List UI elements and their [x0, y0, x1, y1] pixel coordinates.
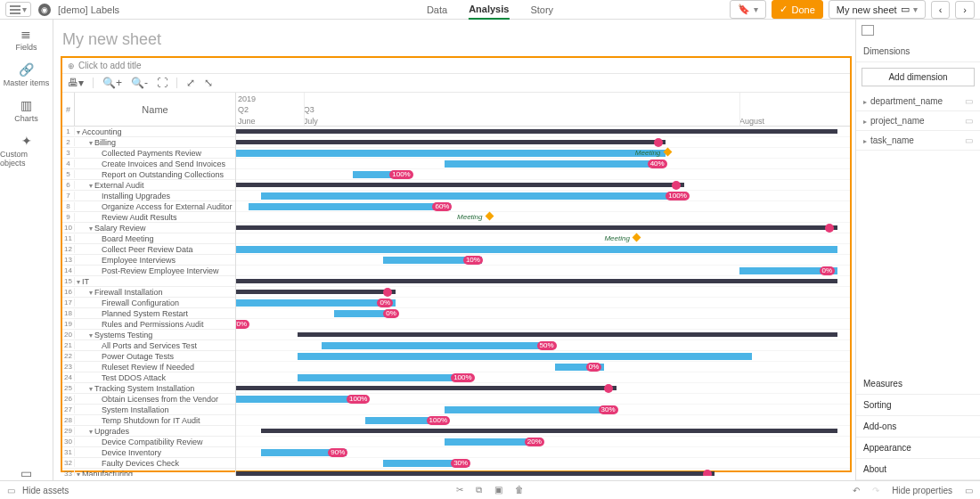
rail-master[interactable]: 🔗Master items [4, 62, 50, 87]
task-row[interactable]: 26Obtain Licenses from the Vendor [62, 394, 235, 405]
rail-fields[interactable]: ≣Fields [15, 27, 37, 52]
sheet-title[interactable]: My new sheet [61, 27, 855, 56]
task-row[interactable]: 32Faulty Devices Check [62, 458, 235, 469]
task-row[interactable]: 16▾Firewall Installation [62, 287, 235, 298]
task-row[interactable]: 31Device Inventory [62, 447, 235, 458]
task-row[interactable]: 20▾Systems Testing [62, 330, 235, 340]
panel-section[interactable]: About [856, 459, 980, 480]
panel-section[interactable]: Sorting [856, 395, 980, 416]
dimensions-header[interactable]: Dimensions [856, 41, 980, 62]
timeline-header: 2019 Q2 Q3 June July August [236, 93, 850, 127]
gantt-row [236, 330, 850, 340]
expand-icon[interactable]: ⤢ [186, 77, 195, 89]
task-row[interactable]: 33▾Manufacturing [62, 469, 235, 476]
add-dimension-button[interactable]: Add dimension [862, 68, 975, 86]
gantt-row [236, 127, 850, 137]
collapse-icon[interactable]: ⤡ [204, 77, 213, 89]
task-row[interactable]: 25▾Tracking System Installation [62, 383, 235, 394]
task-row[interactable]: 29▾Upgrades [62, 426, 235, 437]
gantt-row: 100% [236, 191, 850, 201]
gantt-row [236, 244, 850, 255]
task-row[interactable]: 17Firewall Configuration [62, 298, 235, 308]
copy-icon[interactable]: ⧉ [476, 485, 482, 495]
task-row[interactable]: 14Post-Review Employee Interview [62, 266, 235, 276]
hide-props-label[interactable]: Hide properties [892, 486, 952, 495]
task-row[interactable]: 15▾IT [62, 276, 235, 287]
gantt-row: 0% [236, 266, 850, 276]
task-row[interactable]: 13Employee Interviews [62, 255, 235, 266]
dimension-field[interactable]: ▸project_name▭ [856, 111, 980, 131]
rail-custom[interactable]: ✦Custom objects [0, 134, 53, 168]
hide-assets-icon[interactable]: ▭ [7, 486, 15, 495]
gantt-row [236, 180, 850, 191]
dimension-field[interactable]: ▸task_name▭ [856, 131, 980, 151]
bookmark-button[interactable]: 🔖 ▾ [730, 0, 766, 19]
gantt-row [236, 469, 850, 476]
puzzle-icon: ✦ [20, 134, 34, 148]
chart-icon: ▥ [19, 98, 33, 112]
hide-props-icon[interactable]: ▭ [965, 486, 973, 495]
prev-sheet-button[interactable]: ‹ [931, 1, 951, 19]
dimension-field[interactable]: ▸department_name▭ [856, 92, 980, 111]
gantt-row: 40% [236, 159, 850, 169]
link-icon: 🔗 [19, 62, 33, 77]
menu-button[interactable]: ▾ [5, 2, 31, 17]
task-row[interactable]: 28Temp Shutdown for IT Audit [62, 415, 235, 426]
task-row[interactable]: 1▾Accounting [62, 127, 235, 137]
panel-section[interactable]: Measures [856, 373, 980, 395]
task-row[interactable]: 10▾Salary Review [62, 223, 235, 233]
gantt-row: 100% [236, 415, 850, 426]
gantt-row: 10% [236, 255, 850, 266]
fit-icon[interactable]: ⛶ [157, 77, 167, 89]
col-header-num: # [62, 93, 75, 126]
task-row[interactable]: 24Test DDOS Attack [62, 372, 235, 383]
tab-analysis[interactable]: Analysis [469, 0, 509, 20]
task-row[interactable]: 12Collect Peer Review Data [62, 244, 235, 255]
viz-title[interactable]: ⊕ Click to add title [62, 58, 850, 74]
gantt-row: 100% [236, 394, 850, 405]
task-row[interactable]: 2▾Billing [62, 137, 235, 148]
task-row[interactable]: 8Organize Access for External Auditor [62, 201, 235, 212]
rail-charts[interactable]: ▥Charts [14, 98, 38, 123]
task-row[interactable]: 6▾External Audit [62, 180, 235, 191]
gantt-row [236, 383, 850, 394]
hide-assets-label[interactable]: Hide assets [22, 486, 69, 495]
task-row[interactable]: 9Review Audit Results [62, 212, 235, 223]
tab-story[interactable]: Story [530, 1, 553, 19]
panel-section[interactable]: Add-ons [856, 416, 980, 438]
zoom-in-icon[interactable]: 🔍+ [102, 77, 122, 89]
gantt-row: Meeting [236, 233, 850, 244]
zoom-out-icon[interactable]: 🔍- [131, 77, 148, 89]
delete-icon[interactable]: 🗑 [515, 485, 524, 495]
sheet-grid-icon[interactable] [862, 25, 874, 36]
task-row[interactable]: 7Installing Upgrades [62, 191, 235, 201]
gantt-row [236, 223, 850, 233]
gantt-row: 70% [236, 319, 850, 330]
task-row[interactable]: 4Create Invoices and Send Invoices [62, 159, 235, 169]
task-row[interactable]: 3Collected Payments Review [62, 148, 235, 159]
print-icon[interactable]: 🖶▾ [68, 77, 84, 89]
cut-icon[interactable]: ✂ [456, 485, 463, 495]
col-header-name: Name [75, 93, 235, 126]
redo-icon[interactable]: ↷ [872, 486, 879, 495]
task-row[interactable]: 23Ruleset Review If Needed [62, 362, 235, 372]
rail-collapse[interactable]: ▭ [20, 466, 34, 480]
panel-section[interactable]: Appearance [856, 438, 980, 459]
task-row[interactable]: 30Device Compatibility Review [62, 437, 235, 447]
task-row[interactable]: 11Board Meeting [62, 233, 235, 244]
task-row[interactable]: 18Planned System Restart [62, 308, 235, 319]
done-button[interactable]: ✓ Done [772, 0, 822, 19]
task-row[interactable]: 5Report on Outstanding Collections [62, 169, 235, 180]
next-sheet-button[interactable]: › [955, 1, 975, 19]
task-row[interactable]: 19Rules and Permissions Audit [62, 319, 235, 330]
undo-icon[interactable]: ↶ [853, 486, 860, 495]
task-row[interactable]: 21All Ports and Services Test [62, 340, 235, 351]
task-row[interactable]: 27System Installation [62, 405, 235, 415]
paste-icon[interactable]: ▣ [494, 485, 502, 495]
tab-data[interactable]: Data [427, 1, 447, 19]
gantt-visualization[interactable]: ⊕ Click to add title 🖶▾ 🔍+ 🔍- ⛶ ⤢ ⤡ # Na… [61, 56, 852, 472]
gantt-row: 30% [236, 405, 850, 415]
gantt-row: 20% [236, 437, 850, 447]
task-row[interactable]: 22Power Outage Tests [62, 351, 235, 362]
sheet-selector[interactable]: My new sheet ▭ ▾ [829, 0, 926, 19]
